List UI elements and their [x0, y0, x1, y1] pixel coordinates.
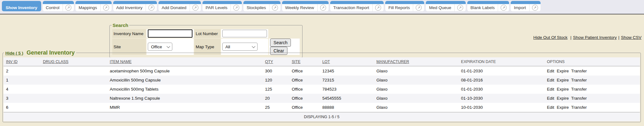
tab-mappings[interactable]: Mappings — [75, 1, 112, 11]
edit-link[interactable]: Edit — [547, 78, 554, 82]
open-new-window-icon[interactable] — [457, 5, 463, 11]
cell-lot: 88888 — [320, 103, 374, 112]
tab-med-queue[interactable]: Med Queue — [426, 1, 466, 11]
cell-inv-id: 3 — [3, 94, 40, 103]
cell-lot: 54545555 — [320, 94, 374, 103]
tab-add-donated[interactable]: Add Donated — [158, 1, 201, 11]
tab-blank-labels[interactable]: Blank Labels — [467, 1, 509, 11]
header-links: Hide Out Of Stock|Show Patient Inventory… — [533, 35, 641, 40]
cell-inv-id: 4 — [3, 85, 40, 94]
cell-qty: 125 — [263, 85, 289, 94]
open-new-window-icon[interactable] — [272, 5, 278, 11]
expire-link[interactable]: Expire — [557, 69, 569, 73]
tab-top-stripe — [243, 1, 280, 4]
tab-label: Add Donated — [158, 5, 190, 10]
edit-link[interactable]: Edit — [547, 105, 554, 110]
open-new-window-icon[interactable] — [192, 5, 198, 11]
cell-options: Edit Expire Transfer — [544, 66, 640, 76]
tab-label: PAR Levels — [203, 5, 231, 10]
lot-number-label: Lot Number — [194, 29, 220, 38]
cell-inv-id: 1 — [3, 76, 40, 85]
show-csv-link[interactable]: Show CSV — [621, 35, 641, 40]
tab-label: Import — [511, 5, 529, 10]
tab-weekly-review[interactable]: Weekly Review — [282, 1, 329, 11]
cell-site: Office — [289, 103, 320, 112]
cell-drug-class — [40, 94, 107, 103]
column-header-manufacturer[interactable]: MANUFACTURER — [374, 57, 458, 66]
table-row: 2 acetaminophen 500mg Capsule 300 Office… — [3, 66, 640, 76]
column-header-lot[interactable]: LOT — [320, 57, 374, 66]
paging-status: DISPLAYING 1-5 / 5 — [3, 112, 640, 121]
open-new-window-icon[interactable] — [501, 5, 507, 11]
edit-link[interactable]: Edit — [547, 69, 554, 73]
link-separator: | — [618, 35, 619, 40]
tab-top-stripe — [282, 1, 329, 4]
open-new-window-icon[interactable] — [65, 5, 71, 11]
tab-top-stripe — [43, 1, 74, 4]
transfer-link[interactable]: Transfer — [571, 105, 587, 110]
tab-top-stripe — [330, 1, 384, 4]
tab-top-stripe — [467, 1, 509, 4]
lot-number-input[interactable] — [222, 30, 267, 37]
column-header-site[interactable]: SITE — [289, 57, 320, 66]
expire-link[interactable]: Expire — [557, 78, 569, 82]
transfer-link[interactable]: Transfer — [571, 87, 587, 92]
column-header-drug-class[interactable]: DRUG CLASS — [40, 57, 107, 66]
tab-fill-reports[interactable]: Fill Reports — [385, 1, 424, 11]
tab-add-inventory[interactable]: Add Inventory — [113, 1, 157, 11]
transfer-link[interactable]: Transfer — [571, 96, 587, 101]
inventory-name-input[interactable] — [148, 29, 192, 38]
tab-label: Control — [43, 5, 63, 10]
cell-drug-class — [40, 76, 107, 85]
transfer-link[interactable]: Transfer — [571, 69, 587, 73]
cell-site: Office — [289, 94, 320, 103]
edit-link[interactable]: Edit — [547, 87, 554, 92]
link-separator: | — [570, 35, 572, 40]
show-patient-inventory-link[interactable]: Show Patient Inventory — [573, 35, 617, 40]
chevron-down-icon — [167, 45, 170, 48]
tab-stockpiles[interactable]: Stockpiles — [243, 1, 280, 11]
cell-manufacturer: Glaxo — [374, 76, 458, 85]
open-new-window-icon[interactable] — [233, 5, 239, 11]
cell-qty: 25 — [263, 103, 289, 112]
open-new-window-icon[interactable] — [416, 5, 422, 11]
tab-transaction-report[interactable]: Transaction Report — [330, 1, 384, 11]
tab-top-stripe — [158, 1, 201, 4]
cell-drug-class — [40, 103, 107, 112]
tab-top-stripe — [511, 1, 540, 4]
open-new-window-icon[interactable] — [103, 5, 109, 11]
cell-lot: 72315 — [320, 76, 374, 85]
column-header-options: OPTIONS — [544, 57, 640, 66]
cell-manufacturer: Glaxo — [374, 85, 458, 94]
table-row: 6 MMR 25 Office 88888 Glaxo 10-01-2030 E… — [3, 103, 640, 112]
tab-import[interactable]: Import — [511, 1, 540, 11]
tab-top-stripe — [75, 1, 112, 4]
open-new-window-icon[interactable] — [532, 5, 538, 11]
column-header-qty[interactable]: QTY — [263, 57, 289, 66]
search-button[interactable]: Search — [270, 39, 291, 47]
open-new-window-icon[interactable] — [148, 5, 154, 11]
tab-control[interactable]: Control — [43, 1, 74, 11]
chevron-down-icon — [252, 45, 255, 48]
hide-count-link[interactable]: Hide ( 5 ) — [5, 51, 23, 55]
cell-site: Office — [289, 66, 320, 76]
expire-link[interactable]: Expire — [557, 87, 569, 92]
tab-label: Med Queue — [426, 5, 454, 10]
cell-options: Edit Expire Transfer — [544, 103, 640, 112]
tab-label: Mappings — [75, 5, 100, 10]
edit-link[interactable]: Edit — [547, 96, 554, 101]
tab-par-levels[interactable]: PAR Levels — [203, 1, 242, 11]
general-inventory-panel: Hide ( 5 ) General Inventory INV ID DRUG… — [3, 50, 641, 122]
column-header-inv-id[interactable]: INV ID — [3, 57, 40, 66]
column-header-item-name[interactable]: ITEM NAME — [107, 57, 263, 66]
cell-expiration-date: 08-01-2016 — [458, 76, 544, 85]
expire-link[interactable]: Expire — [557, 105, 569, 110]
transfer-link[interactable]: Transfer — [571, 78, 587, 82]
tab-label: Transaction Report — [330, 5, 372, 10]
open-new-window-icon[interactable] — [375, 5, 381, 11]
expire-link[interactable]: Expire — [557, 96, 569, 101]
cell-item-name: Amoxicillin 500mg Tablets — [107, 85, 263, 94]
tab-show-inventory[interactable]: Show Inventory — [2, 1, 41, 11]
open-new-window-icon[interactable] — [320, 5, 326, 11]
hide-out-of-stock-link[interactable]: Hide Out Of Stock — [533, 35, 568, 40]
